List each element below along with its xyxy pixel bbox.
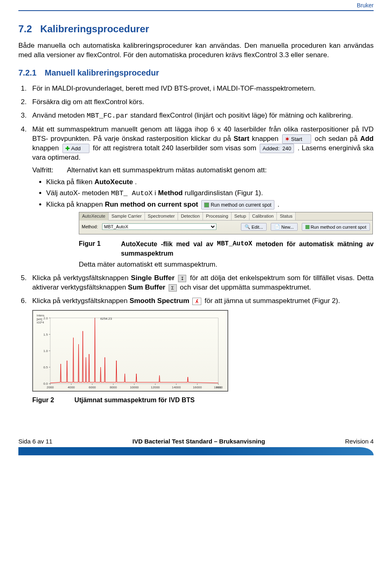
run-btn-label: Run method on current spot xyxy=(211,202,272,208)
tab-sample-carrier[interactable]: Sample Carrier xyxy=(109,212,145,220)
svg-text:0.0: 0.0 xyxy=(43,382,48,385)
svg-text:2000: 2000 xyxy=(47,385,54,389)
start-bold: Start xyxy=(234,135,249,143)
step3-b: standard flexControl (linjärt och positi… xyxy=(128,111,353,119)
step-6: Klicka på verktygsfältsknappen Smooth Sp… xyxy=(18,296,374,306)
run-method-bold: Run method on current spot xyxy=(105,201,198,208)
green-run-icon xyxy=(305,225,310,229)
page-footer: Sida 6 av 11 IVD Bacterial Test Standard… xyxy=(18,433,374,458)
step3-a: Använd metoden xyxy=(32,111,87,119)
section-7-2-1-heading: 7.2.1 Manuell kalibreringsprocedur xyxy=(18,67,374,78)
fig2-text: Utjämnat summaspektrum för IVD BTS xyxy=(74,396,194,405)
svg-text:m/z: m/z xyxy=(216,385,222,389)
s4b: knappen xyxy=(249,135,281,143)
tab-setup[interactable]: Setup xyxy=(232,212,249,220)
fig1-followup: Detta mäter automatiskt ett summaspektru… xyxy=(79,260,374,270)
sub-step-3: Klicka på knappen Run method on current … xyxy=(46,200,374,209)
method-select[interactable]: MBT_AutoX xyxy=(102,223,216,230)
brand-header: Bruker xyxy=(18,0,374,10)
mbt-autox-code: MBT_ AutoX xyxy=(111,189,153,197)
run-method-button-inline[interactable]: Run method on current spot xyxy=(201,200,274,209)
tab-calibration[interactable]: Calibration xyxy=(249,212,277,220)
step-3: Använd metoden MBT_FC.par standard flexC… xyxy=(18,111,374,121)
header-rule xyxy=(18,10,374,11)
footer-center: IVD Bacterial Test Standard – Bruksanvis… xyxy=(132,437,265,446)
svg-text:4000: 4000 xyxy=(68,385,75,389)
figure-1-caption: Figur 1 AutoXecute -flik med val av MBT_… xyxy=(79,239,374,258)
add-btn-label: Add xyxy=(71,145,80,152)
figure-2-caption: Figur 2 Utjämnat summaspektrum för IVD B… xyxy=(32,396,374,405)
tab-autoxecute[interactable]: AutoXecute xyxy=(79,212,109,221)
svg-text:6000: 6000 xyxy=(89,385,96,389)
run-method-button[interactable]: Run method on current spot xyxy=(302,223,370,231)
section-number: 7.2 xyxy=(18,22,32,36)
footer-blue-bar xyxy=(18,447,374,455)
intro-paragraph: Både manuella och automatiska kalibrerin… xyxy=(18,41,374,60)
green-run-icon xyxy=(204,203,209,207)
added-display: Added: 240 xyxy=(260,144,294,153)
s4e: för att registrera totalt 240 laserbilde… xyxy=(93,144,258,152)
svg-text:[arb]: [arb] xyxy=(37,318,42,321)
svg-text:2.0: 2.0 xyxy=(43,316,48,320)
svg-text:1.5: 1.5 xyxy=(43,333,48,336)
step-4: Mät ett summaspektrum manuellt genom att… xyxy=(18,125,374,270)
sum-buffer-bold: Sum Buffer xyxy=(128,283,165,291)
method-label: Method: xyxy=(82,224,98,230)
tab-detection[interactable]: Detection xyxy=(178,212,203,220)
svg-text:14000: 14000 xyxy=(172,385,181,389)
add-button-inline[interactable]: ✚ Add xyxy=(62,144,89,153)
figure-1-autoxecute-panel: AutoXecute Sample Carrier Spectrometer D… xyxy=(79,212,373,234)
step-2: Försäkra dig om att flexControl körs. xyxy=(18,98,374,107)
step-5: Klicka på verktygsfältsknappen Single Bu… xyxy=(18,274,374,292)
autoxecute-bold: AutoXecute xyxy=(94,178,133,186)
step3-code: MBT_FC.par xyxy=(87,112,128,120)
tab-processing[interactable]: Processing xyxy=(203,212,231,220)
added-value: 240 xyxy=(283,145,292,152)
new-button[interactable]: 📄 New... xyxy=(271,223,298,231)
svg-text:12000: 12000 xyxy=(151,385,160,389)
svg-rect-0 xyxy=(50,318,218,384)
single-buffer-icon[interactable]: ↧ xyxy=(178,275,186,282)
added-label: Added: xyxy=(263,145,279,152)
start-button-inline[interactable]: ✶ Start xyxy=(282,134,311,144)
start-btn-label: Start xyxy=(291,136,302,142)
fig1-label: Figur 1 xyxy=(79,239,100,258)
figure-2-spectrum-chart: 2000400060008000100001200014000160001800… xyxy=(32,310,228,392)
svg-text:16000: 16000 xyxy=(193,385,202,389)
star-icon: ✶ xyxy=(285,136,290,142)
tab-row: AutoXecute Sample Carrier Spectrometer D… xyxy=(79,212,372,221)
method-bold: Method xyxy=(158,189,183,197)
plus-icon: ✚ xyxy=(65,145,70,152)
optional-label: Valfritt: xyxy=(32,166,65,175)
svg-text:1.0: 1.0 xyxy=(43,349,48,353)
svg-text:x10^4: x10^4 xyxy=(37,321,44,324)
s4c: och sedan på xyxy=(315,135,360,143)
fig2-label: Figur 2 xyxy=(32,396,54,405)
step-1: För in MALDI-provunderlaget, berett med … xyxy=(18,84,374,94)
subsection-number: 7.2.1 xyxy=(18,67,36,78)
add-bold: Add xyxy=(360,135,374,143)
edit-button[interactable]: 🔍 Edit... xyxy=(241,223,267,231)
section-7-2-heading: 7.2 Kalibreringsprocedurer xyxy=(18,22,374,36)
section-title: Kalibreringsprocedurer xyxy=(40,22,149,36)
optional-text: Alternativt kan ett summaspektrum mätas … xyxy=(67,166,372,175)
footer-left: Sida 6 av 11 xyxy=(18,437,52,446)
svg-text:10000: 10000 xyxy=(130,385,139,389)
single-buffer-bold: Single Buffer xyxy=(131,274,175,282)
svg-text:Intens.: Intens. xyxy=(37,314,45,317)
tab-spectrometer[interactable]: Spectrometer xyxy=(145,212,178,220)
sum-buffer-icon[interactable]: Σ xyxy=(169,284,177,292)
subsection-title: Manuell kalibreringsprocedur xyxy=(45,67,159,78)
svg-text:0.5: 0.5 xyxy=(43,365,48,369)
s4d: knappen xyxy=(32,144,61,152)
svg-text:6254.23: 6254.23 xyxy=(100,317,112,321)
footer-right: Revision 4 xyxy=(345,437,374,446)
smooth-spectrum-icon[interactable]: ʎ xyxy=(192,298,201,305)
sub-step-1: Klicka på fliken AutoXecute . xyxy=(46,178,374,187)
tab-status[interactable]: Status xyxy=(277,212,296,220)
svg-text:8000: 8000 xyxy=(110,385,117,389)
sub-step-2: Välj autoX- metoden MBT_ AutoX i Method … xyxy=(46,189,374,198)
smooth-spectrum-bold: Smooth Spectrum xyxy=(129,297,189,305)
